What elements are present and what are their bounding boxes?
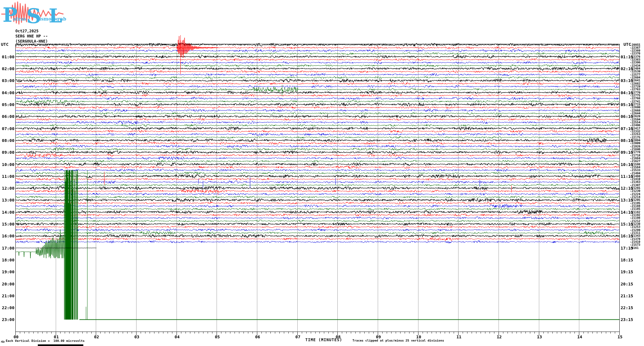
left-hour-label: 23:00 [0, 317, 14, 322]
minute-label: 12 [497, 334, 502, 339]
left-hour-label: 16:00 [0, 234, 14, 238]
trace-mean-value: -6161 [630, 246, 639, 250]
left-hour-label: 07:00 [0, 126, 14, 131]
left-utc-title: UTC [1, 42, 8, 47]
minute-label: 05 [215, 334, 220, 339]
left-hour-label: 09:00 [0, 150, 14, 155]
minute-label: 02 [94, 334, 99, 339]
right-hour-label: 23:15 [621, 317, 633, 322]
minute-label: 01 [54, 334, 59, 339]
right-hour-label: 22:15 [621, 305, 633, 310]
minute-label: 00 [13, 334, 19, 339]
logo-letter-s: S [26, 4, 41, 26]
left-hour-label: 21:00 [0, 293, 14, 298]
minute-label: 15 [617, 334, 623, 339]
right-hour-label: 20:15 [621, 282, 633, 286]
left-hour-label: 08:00 [0, 138, 14, 143]
time-axis-title: TIME (MINUTES) [305, 338, 342, 342]
left-hour-label: 01:00 [0, 54, 14, 59]
psl-logo: P atras S eismology L ab [1, 1, 67, 26]
minute-label: 06 [255, 334, 260, 339]
left-hour-label: 14:00 [0, 210, 14, 215]
left-hour-label: 12:00 [0, 186, 14, 191]
left-hour-label: 03:00 [0, 78, 14, 83]
minute-label: 11 [457, 334, 462, 339]
left-hour-label: 04:00 [0, 90, 14, 95]
webicorder-page: P atras S eismology L ab Oct27,2025 SERG… [0, 0, 644, 346]
logo-letter-l: L [49, 4, 62, 26]
seismogram-canvas [0, 0, 644, 346]
left-hour-label: 10:00 [0, 162, 14, 167]
left-hour-label: 11:00 [0, 174, 14, 179]
left-hour-label: 17:00 [0, 246, 14, 251]
header-station: SERG HNE HP -- [15, 34, 48, 38]
left-hour-label: 02:00 [0, 66, 14, 71]
logo-word-atras: atras [13, 16, 27, 22]
minute-label: 13 [537, 334, 542, 339]
logo-letter-p: P [3, 3, 18, 26]
left-hour-label: 19:00 [0, 269, 14, 274]
header-station-name: (SERGOULA-HNE) [15, 39, 48, 44]
left-hour-label: 22:00 [0, 305, 14, 310]
right-hour-label: 19:15 [621, 269, 633, 274]
left-hour-label: 06:00 [0, 114, 14, 119]
left-hour-label: 05:00 [0, 102, 14, 107]
left-hour-label: 20:00 [0, 282, 14, 286]
left-hour-label: 13:00 [0, 198, 14, 202]
minute-label: 03 [134, 334, 139, 339]
right-hour-label: 18:15 [621, 258, 633, 262]
tiny-waveform-mark-icon [1, 340, 5, 343]
right-hour-label: 21:15 [621, 293, 633, 298]
minute-label: 04 [175, 334, 180, 339]
minute-label: 07 [295, 334, 301, 339]
vertical-division-note: Each Vertical Division = 100.00 microvol… [6, 339, 85, 342]
logo-word-ab: ab [60, 16, 66, 21]
left-hour-label: 15:00 [0, 222, 14, 227]
left-hour-label: 18:00 [0, 258, 14, 262]
header-date: Oct27,2025 [15, 29, 38, 33]
clip-note: Traces clipped at plus/minus 25 vertical… [352, 339, 444, 342]
minute-label: 14 [577, 334, 582, 339]
